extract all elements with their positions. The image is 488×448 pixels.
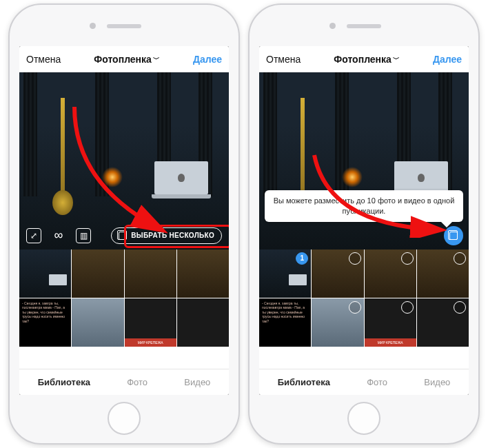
- boomerang-icon[interactable]: ∞: [51, 228, 66, 243]
- tab-photo[interactable]: Фото: [127, 377, 148, 387]
- chevron-down-icon: ﹀: [153, 54, 160, 64]
- cancel-button[interactable]: Отмена: [266, 54, 301, 65]
- grid-thumb[interactable]: [312, 298, 363, 347]
- grid-thumb[interactable]: [177, 250, 229, 298]
- album-picker[interactable]: Фотопленка ﹀: [94, 54, 160, 65]
- grid-thumb[interactable]: [125, 250, 176, 298]
- photo-grid: - Сегодня я, завтра ты, послезавтра мама…: [19, 250, 229, 369]
- phone-camera: [329, 23, 336, 29]
- preview-decor: [23, 72, 37, 196]
- home-button[interactable]: [347, 402, 380, 435]
- phone-camera: [90, 23, 96, 29]
- phone-right: Отмена Фотопленка ﹀ Далее Вы можете разм…: [248, 3, 480, 445]
- select-multiple-button[interactable]: [444, 226, 463, 245]
- grid-thumb[interactable]: [72, 250, 123, 298]
- grid-thumb[interactable]: 1: [259, 250, 311, 298]
- photo-preview[interactable]: ⤢ ∞ ▥ ВЫБРАТЬ НЕСКОЛЬКО: [19, 72, 229, 250]
- tab-video[interactable]: Видео: [424, 377, 450, 387]
- grid-thumb[interactable]: - Сегодня я, завтра ты, послезавтра мама…: [259, 298, 311, 347]
- preview-decor: [154, 161, 208, 194]
- selection-circle: [349, 252, 361, 265]
- photo-preview[interactable]: Вы можете разместить до 10 фото и видео …: [259, 72, 469, 250]
- select-multiple-label: ВЫБРАТЬ НЕСКОЛЬКО: [131, 232, 214, 239]
- preview-decor: [102, 167, 123, 187]
- screen-right: Отмена Фотопленка ﹀ Далее Вы можете разм…: [259, 46, 469, 395]
- grid-thumb[interactable]: [417, 250, 469, 298]
- grid-thumb[interactable]: - Сегодня я, завтра ты, послезавтра мама…: [19, 298, 71, 347]
- cancel-button[interactable]: Отмена: [26, 54, 61, 65]
- next-button[interactable]: Далее: [433, 54, 462, 65]
- topbar: Отмена Фотопленка ﹀ Далее: [19, 46, 229, 72]
- expand-icon[interactable]: ⤢: [26, 228, 41, 243]
- grid-thumb[interactable]: [177, 298, 229, 347]
- bottombar: Библиотека Фото Видео: [19, 369, 229, 395]
- preview-decor: [394, 161, 448, 194]
- chevron-down-icon: ﹀: [393, 54, 400, 64]
- tab-video[interactable]: Видео: [184, 377, 210, 387]
- preview-decor: [342, 167, 363, 187]
- grid-thumb[interactable]: [312, 250, 363, 298]
- album-title: Фотопленка: [334, 54, 392, 65]
- stack-icon: [449, 232, 458, 240]
- selection-circle: [349, 301, 361, 314]
- photo-grid: 1 - Сегодня я, завтра ты, послезавтра ма…: [259, 250, 469, 369]
- layout-icon[interactable]: ▥: [76, 228, 91, 243]
- next-button[interactable]: Далее: [193, 54, 222, 65]
- selection-circle: [401, 252, 414, 265]
- preview-decor: [52, 190, 73, 215]
- preview-decor: [263, 72, 277, 196]
- selection-circle: [454, 252, 466, 265]
- select-multiple-button[interactable]: ВЫБРАТЬ НЕСКОЛЬКО: [111, 227, 222, 244]
- stack-icon: [119, 232, 127, 240]
- phone-speaker: [347, 24, 381, 28]
- grid-thumb[interactable]: [417, 298, 469, 347]
- album-picker[interactable]: Фотопленка ﹀: [334, 54, 400, 65]
- thumb-banner: МИР КРЕПЕЖА: [365, 338, 416, 347]
- screen-left: Отмена Фотопленка ﹀ Далее ⤢ ∞ ▥ ВЫБ: [19, 46, 229, 395]
- thumb-banner: МИР КРЕПЕЖА: [125, 338, 176, 347]
- phone-left: Отмена Фотопленка ﹀ Далее ⤢ ∞ ▥ ВЫБ: [8, 3, 240, 445]
- grid-thumb[interactable]: [19, 250, 71, 298]
- album-title: Фотопленка: [94, 54, 152, 65]
- selection-circle: [401, 301, 414, 314]
- selection-badge: 1: [296, 252, 308, 265]
- tab-library[interactable]: Библиотека: [38, 377, 90, 387]
- multi-select-tooltip: Вы можете разместить до 10 фото и видео …: [265, 190, 463, 222]
- home-button[interactable]: [108, 402, 141, 435]
- grid-thumb[interactable]: [365, 250, 416, 298]
- grid-thumb[interactable]: МИР КРЕПЕЖА: [365, 298, 416, 347]
- tab-library[interactable]: Библиотека: [278, 377, 330, 387]
- topbar: Отмена Фотопленка ﹀ Далее: [259, 46, 469, 72]
- phone-speaker: [107, 24, 141, 28]
- tab-photo[interactable]: Фото: [367, 377, 387, 387]
- grid-thumb[interactable]: МИР КРЕПЕЖА: [125, 298, 176, 347]
- grid-thumb[interactable]: [72, 298, 123, 347]
- bottombar: Библиотека Фото Видео: [259, 369, 469, 395]
- selection-circle: [454, 301, 466, 314]
- preview-controls: ⤢ ∞ ▥ ВЫБРАТЬ НЕСКОЛЬКО: [19, 222, 229, 250]
